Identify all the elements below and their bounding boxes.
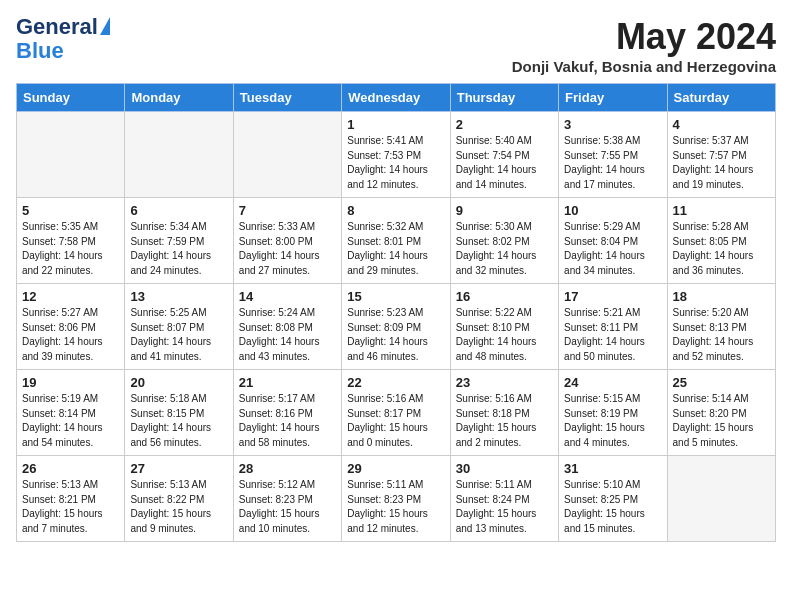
day-info: Sunrise: 5:21 AM Sunset: 8:11 PM Dayligh… xyxy=(564,306,661,364)
calendar-table: SundayMondayTuesdayWednesdayThursdayFrid… xyxy=(16,83,776,542)
day-number: 6 xyxy=(130,203,227,218)
calendar-cell: 20Sunrise: 5:18 AM Sunset: 8:15 PM Dayli… xyxy=(125,370,233,456)
day-number: 14 xyxy=(239,289,336,304)
calendar-week-row: 26Sunrise: 5:13 AM Sunset: 8:21 PM Dayli… xyxy=(17,456,776,542)
day-number: 17 xyxy=(564,289,661,304)
day-info: Sunrise: 5:19 AM Sunset: 8:14 PM Dayligh… xyxy=(22,392,119,450)
day-info: Sunrise: 5:28 AM Sunset: 8:05 PM Dayligh… xyxy=(673,220,770,278)
day-info: Sunrise: 5:10 AM Sunset: 8:25 PM Dayligh… xyxy=(564,478,661,536)
day-info: Sunrise: 5:22 AM Sunset: 8:10 PM Dayligh… xyxy=(456,306,553,364)
day-number: 29 xyxy=(347,461,444,476)
calendar-cell: 6Sunrise: 5:34 AM Sunset: 7:59 PM Daylig… xyxy=(125,198,233,284)
calendar-cell: 27Sunrise: 5:13 AM Sunset: 8:22 PM Dayli… xyxy=(125,456,233,542)
header-day: Sunday xyxy=(17,84,125,112)
month-title: May 2024 xyxy=(512,16,776,58)
day-number: 5 xyxy=(22,203,119,218)
calendar-cell xyxy=(17,112,125,198)
day-info: Sunrise: 5:25 AM Sunset: 8:07 PM Dayligh… xyxy=(130,306,227,364)
page-header: General Blue May 2024 Donji Vakuf, Bosni… xyxy=(16,16,776,75)
logo-triangle-icon xyxy=(100,17,110,35)
day-number: 30 xyxy=(456,461,553,476)
calendar-cell: 28Sunrise: 5:12 AM Sunset: 8:23 PM Dayli… xyxy=(233,456,341,542)
day-number: 11 xyxy=(673,203,770,218)
day-number: 21 xyxy=(239,375,336,390)
day-number: 22 xyxy=(347,375,444,390)
calendar-cell: 21Sunrise: 5:17 AM Sunset: 8:16 PM Dayli… xyxy=(233,370,341,456)
day-number: 28 xyxy=(239,461,336,476)
calendar-cell xyxy=(233,112,341,198)
day-number: 2 xyxy=(456,117,553,132)
day-info: Sunrise: 5:33 AM Sunset: 8:00 PM Dayligh… xyxy=(239,220,336,278)
logo-blue-text: Blue xyxy=(16,38,64,64)
day-info: Sunrise: 5:24 AM Sunset: 8:08 PM Dayligh… xyxy=(239,306,336,364)
day-info: Sunrise: 5:12 AM Sunset: 8:23 PM Dayligh… xyxy=(239,478,336,536)
day-info: Sunrise: 5:16 AM Sunset: 8:17 PM Dayligh… xyxy=(347,392,444,450)
calendar-week-row: 1Sunrise: 5:41 AM Sunset: 7:53 PM Daylig… xyxy=(17,112,776,198)
day-info: Sunrise: 5:34 AM Sunset: 7:59 PM Dayligh… xyxy=(130,220,227,278)
calendar-cell: 4Sunrise: 5:37 AM Sunset: 7:57 PM Daylig… xyxy=(667,112,775,198)
calendar-week-row: 12Sunrise: 5:27 AM Sunset: 8:06 PM Dayli… xyxy=(17,284,776,370)
calendar-cell: 11Sunrise: 5:28 AM Sunset: 8:05 PM Dayli… xyxy=(667,198,775,284)
calendar-cell: 24Sunrise: 5:15 AM Sunset: 8:19 PM Dayli… xyxy=(559,370,667,456)
day-info: Sunrise: 5:17 AM Sunset: 8:16 PM Dayligh… xyxy=(239,392,336,450)
header-day: Monday xyxy=(125,84,233,112)
day-number: 18 xyxy=(673,289,770,304)
day-info: Sunrise: 5:11 AM Sunset: 8:23 PM Dayligh… xyxy=(347,478,444,536)
day-number: 25 xyxy=(673,375,770,390)
day-info: Sunrise: 5:13 AM Sunset: 8:21 PM Dayligh… xyxy=(22,478,119,536)
day-info: Sunrise: 5:40 AM Sunset: 7:54 PM Dayligh… xyxy=(456,134,553,192)
day-info: Sunrise: 5:35 AM Sunset: 7:58 PM Dayligh… xyxy=(22,220,119,278)
day-number: 8 xyxy=(347,203,444,218)
logo: General Blue xyxy=(16,16,110,64)
header-day: Saturday xyxy=(667,84,775,112)
calendar-cell: 29Sunrise: 5:11 AM Sunset: 8:23 PM Dayli… xyxy=(342,456,450,542)
day-number: 31 xyxy=(564,461,661,476)
calendar-cell: 18Sunrise: 5:20 AM Sunset: 8:13 PM Dayli… xyxy=(667,284,775,370)
day-info: Sunrise: 5:27 AM Sunset: 8:06 PM Dayligh… xyxy=(22,306,119,364)
day-number: 23 xyxy=(456,375,553,390)
day-number: 16 xyxy=(456,289,553,304)
day-info: Sunrise: 5:11 AM Sunset: 8:24 PM Dayligh… xyxy=(456,478,553,536)
day-info: Sunrise: 5:20 AM Sunset: 8:13 PM Dayligh… xyxy=(673,306,770,364)
day-info: Sunrise: 5:18 AM Sunset: 8:15 PM Dayligh… xyxy=(130,392,227,450)
calendar-cell: 17Sunrise: 5:21 AM Sunset: 8:11 PM Dayli… xyxy=(559,284,667,370)
header-day: Tuesday xyxy=(233,84,341,112)
day-info: Sunrise: 5:41 AM Sunset: 7:53 PM Dayligh… xyxy=(347,134,444,192)
header-day: Thursday xyxy=(450,84,558,112)
day-info: Sunrise: 5:38 AM Sunset: 7:55 PM Dayligh… xyxy=(564,134,661,192)
day-info: Sunrise: 5:15 AM Sunset: 8:19 PM Dayligh… xyxy=(564,392,661,450)
day-number: 1 xyxy=(347,117,444,132)
calendar-cell: 5Sunrise: 5:35 AM Sunset: 7:58 PM Daylig… xyxy=(17,198,125,284)
calendar-cell: 22Sunrise: 5:16 AM Sunset: 8:17 PM Dayli… xyxy=(342,370,450,456)
day-number: 13 xyxy=(130,289,227,304)
day-info: Sunrise: 5:29 AM Sunset: 8:04 PM Dayligh… xyxy=(564,220,661,278)
day-number: 27 xyxy=(130,461,227,476)
day-info: Sunrise: 5:13 AM Sunset: 8:22 PM Dayligh… xyxy=(130,478,227,536)
calendar-cell xyxy=(125,112,233,198)
day-number: 19 xyxy=(22,375,119,390)
day-info: Sunrise: 5:30 AM Sunset: 8:02 PM Dayligh… xyxy=(456,220,553,278)
calendar-cell: 12Sunrise: 5:27 AM Sunset: 8:06 PM Dayli… xyxy=(17,284,125,370)
calendar-cell: 3Sunrise: 5:38 AM Sunset: 7:55 PM Daylig… xyxy=(559,112,667,198)
day-number: 10 xyxy=(564,203,661,218)
calendar-cell: 10Sunrise: 5:29 AM Sunset: 8:04 PM Dayli… xyxy=(559,198,667,284)
day-number: 4 xyxy=(673,117,770,132)
calendar-cell: 8Sunrise: 5:32 AM Sunset: 8:01 PM Daylig… xyxy=(342,198,450,284)
calendar-cell: 15Sunrise: 5:23 AM Sunset: 8:09 PM Dayli… xyxy=(342,284,450,370)
title-block: May 2024 Donji Vakuf, Bosnia and Herzego… xyxy=(512,16,776,75)
calendar-cell xyxy=(667,456,775,542)
calendar-cell: 7Sunrise: 5:33 AM Sunset: 8:00 PM Daylig… xyxy=(233,198,341,284)
calendar-cell: 19Sunrise: 5:19 AM Sunset: 8:14 PM Dayli… xyxy=(17,370,125,456)
day-info: Sunrise: 5:14 AM Sunset: 8:20 PM Dayligh… xyxy=(673,392,770,450)
day-number: 20 xyxy=(130,375,227,390)
day-number: 15 xyxy=(347,289,444,304)
header-day: Wednesday xyxy=(342,84,450,112)
day-number: 7 xyxy=(239,203,336,218)
day-number: 24 xyxy=(564,375,661,390)
calendar-cell: 23Sunrise: 5:16 AM Sunset: 8:18 PM Dayli… xyxy=(450,370,558,456)
day-info: Sunrise: 5:37 AM Sunset: 7:57 PM Dayligh… xyxy=(673,134,770,192)
calendar-cell: 26Sunrise: 5:13 AM Sunset: 8:21 PM Dayli… xyxy=(17,456,125,542)
calendar-body: 1Sunrise: 5:41 AM Sunset: 7:53 PM Daylig… xyxy=(17,112,776,542)
calendar-week-row: 19Sunrise: 5:19 AM Sunset: 8:14 PM Dayli… xyxy=(17,370,776,456)
logo-general-text: General xyxy=(16,16,98,38)
